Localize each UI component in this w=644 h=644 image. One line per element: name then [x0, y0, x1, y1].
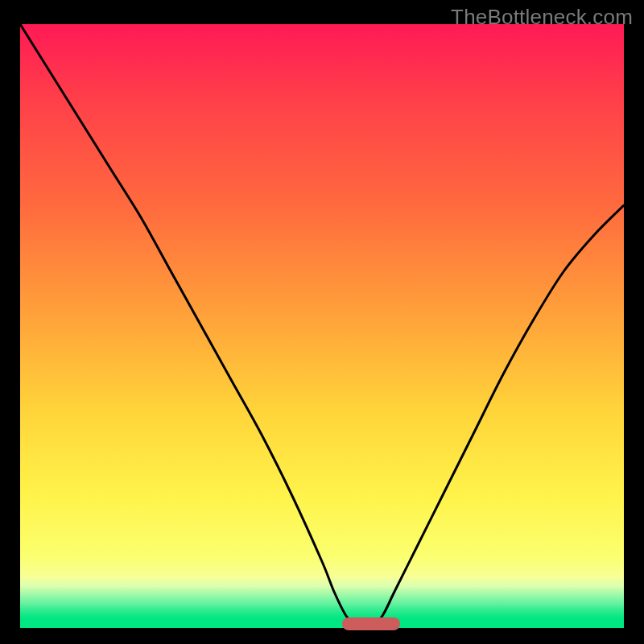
optimal-range-marker	[342, 617, 400, 630]
plot-area	[20, 24, 624, 628]
bottleneck-curve	[20, 24, 624, 628]
chart-frame: TheBottleneck.com	[0, 0, 644, 644]
